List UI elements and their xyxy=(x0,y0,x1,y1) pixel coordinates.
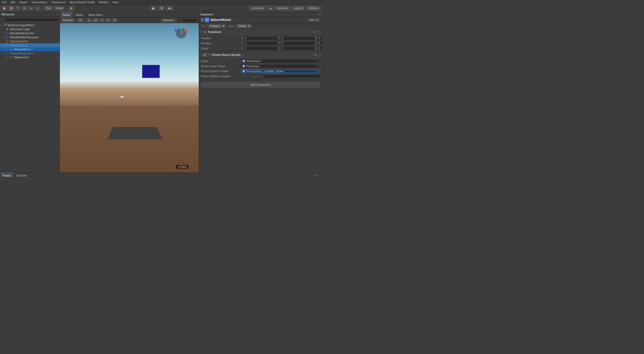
tab-game[interactable]: Game xyxy=(73,12,86,18)
photon-user-prefab-select-icon[interactable]: ◎ xyxy=(317,65,319,67)
default-layout-button[interactable]: Default ▾ xyxy=(307,6,321,11)
layers-label: Layers ▾ xyxy=(294,7,303,10)
layer-select[interactable]: Default xyxy=(236,24,252,28)
pos-x-group: X xyxy=(241,36,278,40)
hier-item-networklobby[interactable]: ▾ ⬡ NetworkLobby ▸ xyxy=(0,43,60,47)
menu-assets[interactable]: Assets xyxy=(17,1,30,4)
hierarchy-search[interactable] xyxy=(1,18,59,22)
account-button[interactable]: Account ▾ xyxy=(275,6,291,11)
hier-item-dirlight[interactable]: ☀ Directional Light xyxy=(0,27,60,31)
scale-tool-button[interactable]: ⊞ xyxy=(22,6,27,11)
transform-help-icon[interactable]: ? xyxy=(312,31,314,33)
tab-scene[interactable]: Scene xyxy=(60,12,73,18)
pivot-button[interactable]: Pivot xyxy=(44,6,53,11)
menu-gameobject[interactable]: GameObject xyxy=(30,1,49,4)
grid-button[interactable]: ⊞ xyxy=(112,18,117,22)
rot-y-input[interactable] xyxy=(281,41,315,45)
tab-project[interactable]: Project xyxy=(0,173,14,177)
menu-file[interactable]: File xyxy=(0,1,9,4)
play-button[interactable]: ▶ xyxy=(150,6,157,11)
obj-static-checkbox[interactable] xyxy=(316,18,319,21)
transform-settings-icon[interactable]: ⚙ xyxy=(315,31,317,33)
rover-prefab-label: Rover Explorer Prefab xyxy=(201,70,241,73)
script-ref-select-icon[interactable]: ◎ xyxy=(317,60,319,62)
pos-z-input[interactable] xyxy=(318,36,322,40)
menu-mrtk[interactable]: Mixed Reality Toolkit xyxy=(67,1,97,4)
scene-vis-button[interactable]: 👁 xyxy=(105,18,111,22)
scene-view[interactable]: ☁ ↑ ► X Y Z xyxy=(60,23,199,172)
rot-y-label: Y xyxy=(278,42,281,45)
2d-button[interactable]: 2D xyxy=(77,18,84,22)
pos-y-input[interactable] xyxy=(281,36,315,40)
gizmos-button[interactable]: Gizmos ▾ xyxy=(161,18,175,22)
photon-room-active-checkbox[interactable] xyxy=(203,53,206,56)
shading-button[interactable]: Shaded ▾ xyxy=(61,18,75,22)
hier-item-tableanchor[interactable]: ▸ □ TableAnchor ▸ xyxy=(0,55,60,59)
photon-room-title: Photon Room (Script) xyxy=(212,53,312,56)
photon-room-help-icon[interactable]: ? xyxy=(312,54,314,56)
tag-select[interactable]: Untagged xyxy=(207,24,226,28)
inspector-panel: Inspector ≡ NetworkRoom Static Tag Untag… xyxy=(199,12,322,172)
hier-item-networkroom[interactable]: □ NetworkRoom xyxy=(0,47,60,51)
photon-user-prefab-ref-text: PhotonUser xyxy=(246,65,316,68)
move-tool-button[interactable]: ✥ xyxy=(9,6,14,11)
snap-button[interactable]: ⚡ xyxy=(68,6,74,11)
scale-x-input[interactable] xyxy=(244,47,278,50)
hier-item-sharedplayground[interactable]: ▾ ⬡ SharedPlayground xyxy=(0,51,60,55)
tab-console[interactable]: Console xyxy=(14,173,29,177)
scene-gizmo[interactable]: X Y Z xyxy=(174,26,189,41)
bottom-menu-icon[interactable]: ⋮ xyxy=(317,174,320,177)
photon-room-overflow-icon[interactable]: ⋮ xyxy=(318,54,320,56)
cloud-button[interactable]: ☁ xyxy=(267,6,274,11)
photon-room-settings-icon[interactable]: ⚙ xyxy=(315,54,317,56)
fx-button[interactable]: ✦ xyxy=(99,18,105,22)
add-component-button[interactable]: Add Component xyxy=(201,82,320,87)
hier-item-debugwindow[interactable]: ⬡ DebugWindow xyxy=(0,39,60,43)
pos-x-input[interactable] xyxy=(244,36,278,40)
multi-tool-button[interactable]: ✦ xyxy=(35,6,41,11)
hier-item-multiuser[interactable]: ▾ 🎬 MultiUserCapabilities* ⋮ xyxy=(0,23,60,27)
scale-z-input[interactable] xyxy=(318,47,322,50)
menu-help[interactable]: Help xyxy=(111,1,120,4)
collab-button[interactable]: 👥 Collab ▾ xyxy=(249,6,266,11)
tab-asset-store[interactable]: Asset Store xyxy=(86,12,105,18)
rover-location-ref[interactable]: None (Transform) ◎ xyxy=(241,74,320,78)
rover-location-select-icon[interactable]: ◎ xyxy=(263,75,265,77)
bottom-collapse-icon[interactable]: ⊡ xyxy=(314,174,316,177)
step-button[interactable]: ⏭ xyxy=(166,6,173,11)
lighting-button[interactable]: ☀ xyxy=(86,18,92,22)
menu-component[interactable]: Component xyxy=(49,1,67,4)
hier-more-networklobby[interactable]: ▸ xyxy=(57,44,59,47)
scene-back-button[interactable]: ◄ Back xyxy=(176,165,189,169)
hier-item-mrtk[interactable]: ▸ ⬡ MixedRealityToolkit xyxy=(0,31,60,35)
scene-platform xyxy=(107,127,163,140)
hier-more-tableanchor[interactable]: ▸ xyxy=(57,56,59,59)
layer-label: Layer xyxy=(228,25,234,27)
pause-button[interactable]: ⏸ xyxy=(158,6,165,11)
rot-z-input[interactable] xyxy=(318,41,322,45)
obj-active-checkbox[interactable] xyxy=(201,18,204,21)
transform-overflow-icon[interactable]: ⋮ xyxy=(318,31,320,33)
global-button[interactable]: Global xyxy=(54,6,65,11)
audio-button[interactable]: 🔊 xyxy=(92,18,99,22)
rot-x-input[interactable] xyxy=(244,41,278,45)
transform-header[interactable]: ▾ ⊞ Transform ? ⚙ ⋮ xyxy=(199,29,322,35)
script-ref[interactable]: PhotonRoom ◎ xyxy=(241,59,320,63)
rotate-tool-button[interactable]: ↻ xyxy=(15,6,21,11)
photon-room-header[interactable]: ▾ ⬡ Photon Room (Script) ? ⚙ ⋮ xyxy=(199,52,322,58)
hierarchy-menu-icon[interactable]: ≡ xyxy=(57,13,58,16)
gizmo-svg: X Y Z xyxy=(174,26,189,41)
hier-more-multiuser[interactable]: ⋮ xyxy=(56,24,59,26)
photon-user-prefab-ref[interactable]: PhotonUser ◎ xyxy=(241,64,320,68)
hier-item-mrplayspace[interactable]: ▸ ⬡ MixedRealityPlayspace xyxy=(0,35,60,39)
rect-tool-button[interactable]: ▭ xyxy=(28,6,34,11)
rover-prefab-ref[interactable]: RoverExplorer_Complete_Variant ◎ xyxy=(241,69,320,73)
menu-window[interactable]: Window xyxy=(97,1,110,4)
scene-search[interactable] xyxy=(178,19,198,22)
scale-y-input[interactable] xyxy=(281,47,315,50)
layers-button[interactable]: Layers ▾ xyxy=(292,6,306,11)
inspector-menu-icon[interactable]: ≡ xyxy=(319,13,320,16)
menu-edit[interactable]: Edit xyxy=(9,1,17,4)
hand-tool-button[interactable]: ✋ xyxy=(1,6,8,11)
rover-prefab-select-icon[interactable]: ◎ xyxy=(317,70,319,72)
